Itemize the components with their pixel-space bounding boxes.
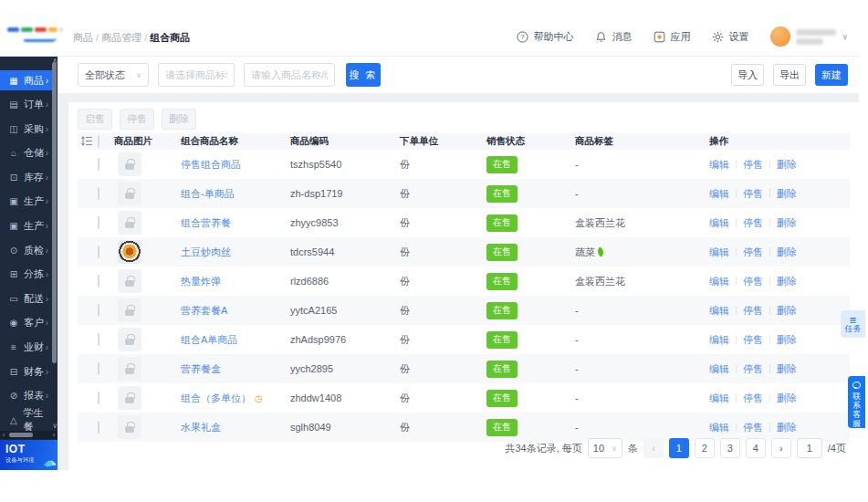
row-checkbox[interactable] — [98, 333, 99, 346]
sidebar-item[interactable]: ▭ 配送 › — [0, 288, 52, 309]
create-button[interactable]: 新建 — [815, 64, 848, 86]
sidebar-item[interactable]: ⊡ 库存 › — [0, 167, 52, 187]
sidebar-item[interactable]: ◉ 客户 › — [0, 313, 52, 333]
tag-filter-input[interactable] — [158, 63, 235, 87]
search-button[interactable]: 搜 索 — [346, 63, 381, 87]
sidebar-item[interactable]: △ 学生餐 — [0, 410, 52, 430]
sidebar-item[interactable]: ▤ 订单 › — [0, 95, 52, 115]
sidebar-item[interactable]: ◫ 采购 › — [0, 119, 52, 139]
task-floating-tab[interactable]: ≣ 任务 — [841, 310, 865, 338]
stop-sale-link[interactable]: 停售 — [743, 362, 763, 376]
settings-button[interactable]: 设置 — [712, 30, 748, 44]
edit-link[interactable]: 编辑 — [709, 362, 729, 376]
edit-link[interactable]: 编辑 — [709, 158, 729, 172]
stop-sale-link[interactable]: 停售 — [743, 304, 763, 318]
sidebar-item[interactable]: ⊘ 报表 › — [0, 386, 52, 406]
user-menu[interactable]: ∨ — [770, 26, 848, 47]
bulk-action-button[interactable]: 启售 — [78, 109, 112, 130]
row-checkbox[interactable] — [98, 362, 99, 375]
messages-button[interactable]: 消息 — [595, 30, 632, 44]
sidebar-hscrollbar[interactable]: ‹ › — [0, 431, 58, 439]
row-checkbox[interactable] — [98, 216, 99, 229]
delete-link[interactable]: 删除 — [777, 158, 797, 172]
edit-link[interactable]: 编辑 — [709, 421, 729, 434]
row-checkbox[interactable] — [98, 392, 99, 404]
product-name-link[interactable]: 土豆炒肉丝 — [181, 246, 231, 259]
hscroll-thumb[interactable] — [9, 433, 33, 437]
delete-link[interactable]: 删除 — [777, 246, 797, 259]
sidebar-item[interactable]: ▣ 生产 › — [0, 192, 52, 212]
breadcrumb-item[interactable]: 商品管理 — [101, 32, 150, 43]
import-button[interactable]: 导入 — [731, 64, 764, 86]
row-checkbox[interactable] — [98, 246, 99, 258]
row-checkbox[interactable] — [98, 421, 99, 434]
scroll-left-icon[interactable]: ‹ — [0, 431, 7, 439]
delete-link[interactable]: 删除 — [777, 362, 797, 376]
breadcrumb-item[interactable]: 商品 — [73, 32, 101, 43]
product-name-link[interactable]: 停售组合商品 — [181, 158, 241, 172]
delete-link[interactable]: 删除 — [777, 304, 797, 318]
delete-link[interactable]: 删除 — [777, 275, 797, 288]
stop-sale-link[interactable]: 停售 — [743, 216, 763, 230]
help-center-button[interactable]: ? 帮助中心 — [517, 30, 573, 44]
scroll-right-icon[interactable]: › — [50, 431, 58, 439]
stop-sale-link[interactable]: 停售 — [743, 187, 763, 201]
bulk-action-button[interactable]: 删除 — [162, 109, 196, 130]
stop-sale-link[interactable]: 停售 — [743, 275, 763, 288]
sidebar-item[interactable]: ⌂ 仓储 › — [0, 143, 52, 163]
export-button[interactable]: 导出 — [773, 64, 806, 86]
stop-sale-link[interactable]: 停售 — [743, 421, 763, 434]
product-photo[interactable] — [118, 240, 141, 264]
page-jump-input[interactable] — [797, 438, 822, 458]
stop-sale-link[interactable]: 停售 — [743, 333, 763, 347]
product-name-link[interactable]: 营养套餐A — [181, 304, 227, 318]
page-number-button[interactable]: 1 — [669, 438, 689, 458]
sidebar-item[interactable]: ▣ 生产 › — [0, 216, 52, 236]
column-sort-icon[interactable] — [81, 136, 98, 148]
product-name-link[interactable]: 热量炸弹 — [181, 275, 221, 288]
edit-link[interactable]: 编辑 — [709, 333, 729, 347]
product-name-link[interactable]: 水果礼盒 — [181, 421, 221, 434]
next-page-button[interactable]: › — [771, 438, 791, 458]
delete-link[interactable]: 删除 — [777, 187, 797, 201]
sidebar-item[interactable]: ⊟ 财务 › — [0, 361, 52, 382]
page-size-select[interactable]: 10 ∨ — [588, 438, 622, 458]
row-checkbox[interactable] — [98, 187, 99, 200]
delete-link[interactable]: 删除 — [777, 216, 797, 230]
row-checkbox[interactable] — [98, 275, 99, 288]
edit-link[interactable]: 编辑 — [709, 392, 729, 405]
sidebar-scrollbar[interactable] — [52, 62, 57, 363]
product-name-link[interactable]: 营养餐盒 — [181, 362, 221, 376]
name-search-input[interactable] — [244, 63, 335, 87]
sidebar-item[interactable]: ▦ 商品 › — [0, 70, 52, 90]
scrollbar-down-icon[interactable]: ∨ — [52, 422, 58, 430]
customer-service-button[interactable]: 联系客服 — [848, 376, 865, 428]
product-name-link[interactable]: 组合A单商品 — [181, 333, 237, 347]
stop-sale-link[interactable]: 停售 — [743, 392, 763, 405]
apps-button[interactable]: 应用 — [654, 30, 690, 44]
delete-link[interactable]: 删除 — [777, 392, 797, 405]
page-number-button[interactable]: 4 — [746, 438, 766, 458]
stop-sale-link[interactable]: 停售 — [743, 158, 763, 172]
edit-link[interactable]: 编辑 — [709, 304, 729, 318]
delete-link[interactable]: 删除 — [777, 333, 797, 347]
edit-link[interactable]: 编辑 — [709, 275, 729, 288]
sidebar-item[interactable]: ⊙ 质检 › — [0, 240, 52, 260]
row-checkbox[interactable] — [98, 304, 99, 317]
status-select[interactable]: 全部状态 ∨ — [78, 63, 149, 87]
edit-link[interactable]: 编辑 — [709, 216, 729, 230]
row-checkbox[interactable] — [98, 158, 99, 171]
sidebar-item[interactable]: ≡ 业财 › — [0, 338, 52, 358]
product-name-link[interactable]: 组合营养餐 — [181, 216, 231, 230]
edit-link[interactable]: 编辑 — [709, 246, 729, 259]
stop-sale-link[interactable]: 停售 — [743, 246, 763, 259]
delete-link[interactable]: 删除 — [777, 421, 797, 434]
edit-link[interactable]: 编辑 — [709, 187, 729, 201]
iot-banner[interactable]: IOT 设备与环境 ☁ — [0, 440, 58, 470]
bulk-action-button[interactable]: 停售 — [120, 109, 154, 130]
select-all-checkbox[interactable] — [98, 135, 99, 148]
page-number-button[interactable]: 2 — [695, 438, 715, 458]
sidebar-item[interactable]: ⊞ 分拣 › — [0, 265, 52, 285]
page-number-button[interactable]: 3 — [720, 438, 740, 458]
prev-page-button[interactable]: ‹ — [643, 438, 664, 458]
